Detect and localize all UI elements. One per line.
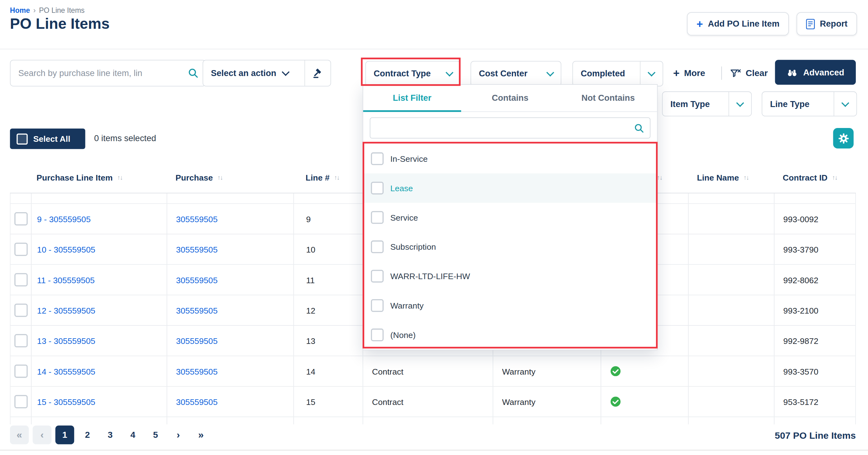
purchase-link[interactable]: 305559505 — [176, 366, 218, 376]
filter-option[interactable]: (None) — [363, 320, 657, 349]
contract-id-cell: 992-8062 — [783, 275, 818, 284]
pagination-prev-button[interactable]: ‹ — [33, 426, 51, 444]
option-checkbox[interactable] — [371, 299, 384, 312]
cost-center-filter[interactable]: Cost Center — [471, 61, 561, 86]
filter-options-list: In-Service Lease Service Subscription WA… — [363, 144, 657, 349]
row-checkbox[interactable] — [14, 273, 27, 286]
row-checkbox[interactable] — [14, 212, 27, 225]
pagination-page-5[interactable]: 5 — [146, 426, 165, 444]
column-header-purchase-line-item[interactable]: Purchase Line Item — [31, 162, 167, 193]
bulk-action-button[interactable] — [305, 60, 331, 86]
line-number-cell: 10 — [306, 245, 315, 254]
filter-panel-tabs: List Filter Contains Not Contains — [363, 85, 657, 112]
column-label: Purchase — [176, 172, 213, 182]
select-all-checkbox[interactable] — [17, 133, 28, 144]
purchase-line-item-link[interactable]: 14 - 305559505 — [37, 366, 95, 376]
breadcrumb-current: PO Line Items — [39, 6, 85, 15]
contract-id-cell: 993-0092 — [783, 214, 818, 223]
purchase-line-item-link[interactable]: 12 - 305559505 — [37, 306, 95, 315]
filter-option[interactable]: In-Service — [363, 144, 657, 173]
pagination-page-3[interactable]: 3 — [101, 426, 119, 444]
chevron-down-icon — [648, 68, 655, 76]
purchase-link[interactable]: 305559505 — [176, 275, 218, 284]
binoculars-icon — [787, 67, 798, 78]
search-icon[interactable] — [634, 123, 645, 133]
items-selected-status: 0 items selected — [94, 134, 156, 144]
pagination-page-4[interactable]: 4 — [124, 426, 142, 444]
row-checkbox[interactable] — [14, 243, 27, 256]
sort-icon[interactable] — [117, 174, 123, 180]
purchase-link[interactable]: 305559505 — [176, 214, 218, 223]
more-filters-button[interactable]: + More — [673, 61, 705, 85]
row-checkbox[interactable] — [14, 365, 27, 378]
purchase-link[interactable]: 305559505 — [176, 336, 218, 345]
option-checkbox[interactable] — [371, 329, 384, 341]
select-all-button[interactable]: Select All — [10, 129, 85, 149]
completed-filter[interactable]: Completed — [572, 61, 663, 86]
column-header-line-name[interactable]: Line Name — [688, 162, 774, 193]
sort-icon[interactable] — [832, 174, 837, 180]
search-icon[interactable] — [188, 67, 198, 79]
option-label: Warranty — [390, 301, 424, 310]
clear-filters-button[interactable]: Clear — [730, 61, 768, 85]
total-items-label: 507 PO Line Items — [775, 431, 856, 442]
tab-not-contains[interactable]: Not Contains — [559, 85, 657, 111]
line-number-cell: 11 — [306, 275, 315, 284]
search-input[interactable] — [17, 67, 188, 79]
purchase-line-item-link[interactable]: 9 - 305559505 — [37, 214, 91, 223]
option-checkbox[interactable] — [371, 182, 384, 195]
advanced-search-button[interactable]: Advanced — [775, 60, 856, 85]
contract-id-cell: 993-3790 — [783, 245, 818, 254]
purchase-line-item-link[interactable]: 10 - 305559505 — [37, 245, 95, 254]
table-settings-button[interactable] — [833, 128, 854, 149]
pagination-last-button[interactable]: » — [192, 426, 211, 444]
pagination-page-2[interactable]: 2 — [78, 426, 97, 444]
column-label: Contract ID — [783, 172, 827, 182]
header-checkbox-column — [10, 162, 31, 193]
pagination-page-1[interactable]: 1 — [55, 426, 74, 444]
column-header-purchase[interactable]: Purchase — [167, 162, 293, 193]
purchase-link[interactable]: 305559505 — [176, 245, 218, 254]
option-checkbox[interactable] — [371, 152, 384, 165]
purchase-line-item-link[interactable]: 15 - 305559505 — [37, 397, 95, 406]
option-checkbox[interactable] — [371, 211, 384, 224]
sort-icon[interactable] — [743, 174, 749, 180]
toolbar-divider — [721, 66, 722, 80]
report-button[interactable]: Report — [797, 12, 857, 35]
chevron-down-icon — [841, 99, 849, 107]
filter-option[interactable]: Subscription — [363, 232, 657, 262]
purchase-line-item-link[interactable]: 13 - 305559505 — [37, 336, 95, 345]
option-checkbox[interactable] — [371, 270, 384, 283]
column-header-contract-id[interactable]: Contract ID — [774, 162, 856, 193]
filter-panel-search-input[interactable] — [376, 123, 634, 133]
row-checkbox[interactable] — [14, 395, 27, 408]
line-type-filter[interactable]: Line Type — [762, 91, 857, 116]
pagination-first-button[interactable]: « — [10, 426, 29, 444]
contract-id-cell: 993-2100 — [783, 306, 818, 315]
purchase-link[interactable]: 305559505 — [176, 397, 218, 406]
sort-icon[interactable] — [334, 174, 339, 180]
purchase-line-item-link[interactable]: 11 - 305559505 — [37, 275, 95, 284]
column-header-line-number[interactable]: Line # — [293, 162, 362, 193]
sort-icon[interactable] — [217, 174, 223, 180]
row-checkbox[interactable] — [14, 304, 27, 317]
tab-list-filter[interactable]: List Filter — [363, 85, 461, 111]
filter-option[interactable]: Warranty — [363, 291, 657, 320]
select-action-dropdown[interactable]: Select an action — [203, 60, 331, 86]
row-checkbox[interactable] — [14, 334, 27, 347]
breadcrumb-home-link[interactable]: Home — [10, 6, 30, 15]
line-number-cell: 9 — [306, 214, 311, 223]
add-po-line-item-button[interactable]: + Add PO Line Item — [687, 12, 789, 35]
pagination-next-button[interactable]: › — [169, 426, 188, 444]
completed-filter-label: Completed — [581, 69, 625, 79]
tab-contains[interactable]: Contains — [461, 85, 559, 111]
item-type-filter[interactable]: Item Type — [662, 91, 752, 116]
filter-option[interactable]: Lease — [363, 173, 657, 203]
plus-icon: + — [673, 67, 680, 80]
filter-option[interactable]: WARR-LTD-LIFE-HW — [363, 262, 657, 291]
purchase-link[interactable]: 305559505 — [176, 306, 218, 315]
option-checkbox[interactable] — [371, 240, 384, 253]
filter-option[interactable]: Service — [363, 203, 657, 232]
column-label: Line # — [306, 172, 330, 182]
contract-type-filter[interactable]: Contract Type — [365, 61, 461, 86]
